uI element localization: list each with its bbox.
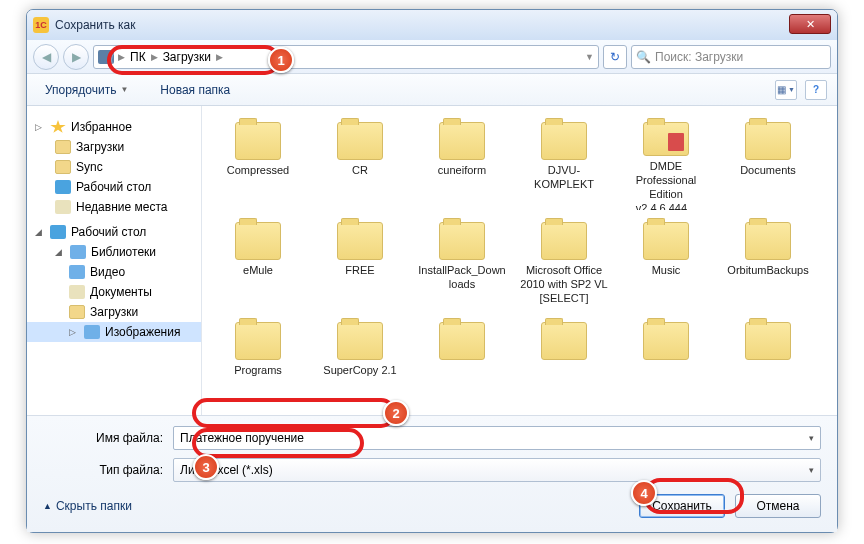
folder-icon [439,122,485,160]
bottom-panel: Имя файла: Платежное поручение ▾ Тип фай… [27,415,837,532]
search-placeholder: Поиск: Загрузки [655,50,743,64]
sidebar-item-downloads2[interactable]: Загрузки [27,302,201,322]
dialog-body: ▷Избранное Загрузки Sync Рабочий стол Не… [27,106,837,415]
folder-label: Compressed [227,164,289,178]
folder-item[interactable] [414,318,510,414]
save-button[interactable]: Сохранить [639,494,725,518]
sidebar-item-images[interactable]: ▷Изображения [27,322,201,342]
folder-icon [439,322,485,360]
sidebar-item-sync[interactable]: Sync [27,157,201,177]
folder-label: Programs [234,364,282,378]
filename-label: Имя файла: [43,431,173,445]
folder-item[interactable]: DMDE Professional Edition v2.4.6.444... [618,118,714,214]
organize-button[interactable]: Упорядочить▼ [37,79,136,101]
folder-icon [235,222,281,260]
sidebar-libraries[interactable]: ◢Библиотеки [27,242,201,262]
folder-icon [55,160,71,174]
folder-label: FREE [345,264,374,278]
folder-icon [337,322,383,360]
search-icon: 🔍 [636,50,651,64]
folder-label: CR [352,164,368,178]
toolbar: Упорядочить▼ Новая папка ▦▼ ? [27,74,837,106]
folder-item[interactable]: SuperCopy 2.1 [312,318,408,414]
folder-item[interactable] [720,318,816,414]
forward-button[interactable]: ▶ [63,44,89,70]
sidebar-desktop-group[interactable]: ◢Рабочий стол [27,217,201,242]
folder-icon [745,122,791,160]
cancel-button[interactable]: Отмена [735,494,821,518]
folder-item[interactable]: Music [618,218,714,314]
window-title: Сохранить как [55,18,135,32]
sidebar: ▷Избранное Загрузки Sync Рабочий стол Не… [27,106,202,415]
folder-item[interactable]: Programs [210,318,306,414]
sidebar-favorites[interactable]: ▷Избранное [27,112,201,137]
breadcrumb[interactable]: ▶ ПК ▶ Загрузки ▶ ▼ [93,45,599,69]
folder-icon [55,140,71,154]
filetype-label: Тип файла: [43,463,173,477]
folder-icon [643,122,689,156]
save-as-dialog: 1C Сохранить как ✕ ◀ ▶ ▶ ПК ▶ Загрузки ▶… [26,9,838,533]
folder-icon [337,122,383,160]
chevron-down-icon[interactable]: ▾ [809,433,814,443]
folder-icon [643,322,689,360]
folder-icon [235,322,281,360]
folder-item[interactable]: eMule [210,218,306,314]
folder-icon [745,322,791,360]
recent-icon [55,200,71,214]
folder-item[interactable]: FREE [312,218,408,314]
folder-label: Microsoft Office 2010 with SP2 VL [SELEC… [520,264,608,305]
video-icon [69,265,85,279]
sidebar-item-video[interactable]: Видео [27,262,201,282]
sidebar-item-recent[interactable]: Недавние места [27,197,201,217]
sidebar-item-desktop[interactable]: Рабочий стол [27,177,201,197]
folder-label: eMule [243,264,273,278]
close-button[interactable]: ✕ [789,14,831,34]
sidebar-item-documents[interactable]: Документы [27,282,201,302]
folder-item[interactable]: CR [312,118,408,214]
folder-icon [745,222,791,260]
breadcrumb-pc[interactable]: ПК [125,50,151,64]
library-icon [70,245,86,259]
folder-label: SuperCopy 2.1 [323,364,396,378]
nav-bar: ◀ ▶ ▶ ПК ▶ Загрузки ▶ ▼ ↻ 🔍 Поиск: Загру… [27,40,837,74]
folder-item[interactable]: cuneiform [414,118,510,214]
new-folder-button[interactable]: Новая папка [152,79,238,101]
pc-icon [98,50,114,64]
documents-icon [69,285,85,299]
folder-item[interactable]: Documents [720,118,816,214]
folder-icon [541,222,587,260]
back-button[interactable]: ◀ [33,44,59,70]
folder-label: Documents [740,164,796,178]
folder-item[interactable]: OrbitumBackups [720,218,816,314]
folder-item[interactable]: InstallPack_Downloads [414,218,510,314]
desktop-icon [50,225,66,239]
folder-icon [439,222,485,260]
view-button[interactable]: ▦▼ [775,80,797,100]
sidebar-item-downloads[interactable]: Загрузки [27,137,201,157]
chevron-down-icon[interactable]: ▼ [585,52,594,62]
chevron-up-icon: ▲ [43,501,52,511]
chevron-right-icon: ▶ [151,52,158,62]
folder-item[interactable]: Compressed [210,118,306,214]
titlebar: 1C Сохранить как ✕ [27,10,837,40]
images-icon [84,325,100,339]
breadcrumb-downloads[interactable]: Загрузки [158,50,216,64]
refresh-button[interactable]: ↻ [603,45,627,69]
search-input[interactable]: 🔍 Поиск: Загрузки [631,45,831,69]
folder-item[interactable]: Microsoft Office 2010 with SP2 VL [SELEC… [516,218,612,314]
chevron-right-icon: ▶ [118,52,125,62]
folder-item[interactable] [618,318,714,414]
hide-folders-button[interactable]: ▲ Скрыть папки [43,499,132,513]
help-button[interactable]: ? [805,80,827,100]
desktop-icon [55,180,71,194]
folder-icon [337,222,383,260]
chevron-down-icon[interactable]: ▾ [809,465,814,475]
folder-label: cuneiform [438,164,486,178]
folder-label: InstallPack_Downloads [418,264,506,292]
chevron-down-icon: ▼ [120,85,128,94]
filename-input[interactable]: Платежное поручение ▾ [173,426,821,450]
folder-item[interactable]: DJVU-KOMPLEKT [516,118,612,214]
folder-icon [541,322,587,360]
filetype-dropdown[interactable]: Лист Excel (*.xls) ▾ [173,458,821,482]
folder-item[interactable] [516,318,612,414]
